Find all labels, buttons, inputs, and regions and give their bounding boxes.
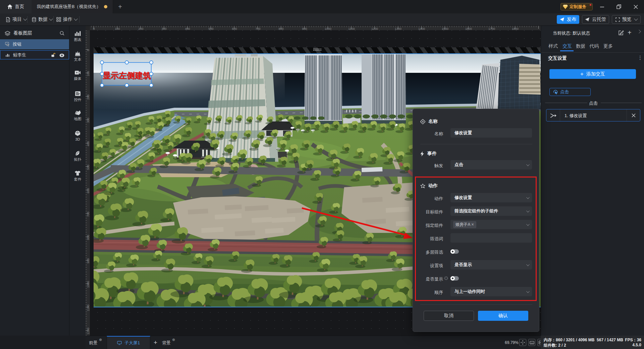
svg-text:500: 500 — [87, 165, 90, 170]
svg-text:500: 500 — [208, 27, 213, 31]
svg-text:0: 0 — [87, 49, 90, 51]
svg-text:1600: 1600 — [465, 27, 472, 31]
svg-text:1100: 1100 — [87, 305, 90, 311]
svg-text:1100: 1100 — [348, 27, 355, 31]
svg-text:100: 100 — [87, 71, 90, 76]
svg-text:800: 800 — [278, 27, 283, 31]
svg-text:1200: 1200 — [87, 328, 90, 334]
svg-text:300: 300 — [87, 118, 90, 123]
svg-text:600: 600 — [87, 188, 90, 193]
svg-text:1200: 1200 — [371, 27, 378, 31]
svg-text:700: 700 — [255, 27, 260, 31]
svg-text:显示左侧建筑: 显示左侧建筑 — [102, 71, 151, 80]
svg-text:900: 900 — [302, 27, 307, 31]
svg-text:400: 400 — [87, 141, 90, 146]
svg-text:1800: 1800 — [512, 27, 519, 31]
svg-text:200: 200 — [138, 27, 143, 31]
svg-text:1700: 1700 — [488, 27, 495, 31]
svg-text:800: 800 — [87, 235, 90, 240]
svg-text:1500: 1500 — [442, 27, 448, 31]
svg-text:400: 400 — [185, 27, 190, 31]
svg-text:700: 700 — [87, 212, 90, 217]
svg-text:1000: 1000 — [87, 281, 90, 288]
svg-text:200: 200 — [87, 95, 90, 100]
svg-text:300: 300 — [161, 27, 166, 31]
svg-text:900: 900 — [87, 258, 90, 263]
svg-text:1000: 1000 — [325, 27, 331, 31]
svg-text:600: 600 — [232, 27, 237, 31]
svg-text:1400: 1400 — [418, 27, 425, 31]
svg-text:100: 100 — [115, 27, 120, 31]
svg-text:0: 0 — [93, 27, 95, 31]
svg-text:1300: 1300 — [395, 27, 401, 31]
